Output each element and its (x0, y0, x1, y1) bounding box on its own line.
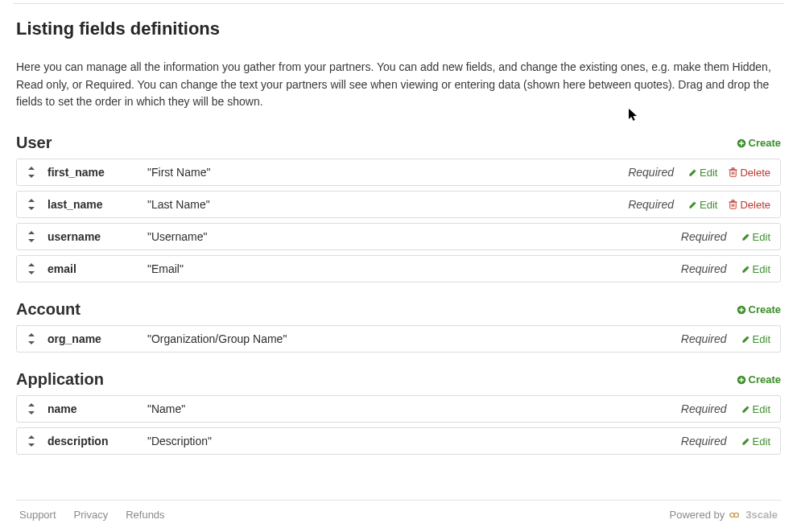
svg-rect-17 (739, 309, 744, 311)
drag-handle-icon[interactable] (27, 199, 36, 210)
field-name: description (47, 435, 136, 447)
field-label: "Email" (147, 262, 670, 275)
field-label: "Username" (147, 230, 670, 243)
section: ApplicationCreatename"Name"RequiredEditd… (16, 370, 781, 455)
field-row[interactable]: last_name"Last Name"RequiredEditDelete (16, 191, 781, 218)
svg-rect-4 (732, 168, 734, 170)
trash-icon (729, 200, 737, 209)
field-label: "Last Name" (147, 198, 617, 211)
field-label: "Organization/Group Name" (147, 332, 670, 345)
svg-rect-10 (732, 200, 734, 202)
brand-name: 3scale (745, 509, 778, 521)
field-label: "Description" (147, 435, 670, 447)
field-row[interactable]: first_name"First Name"RequiredEditDelete (16, 159, 781, 186)
page-title: Listing fields definitions (16, 19, 781, 39)
svg-point-22 (734, 513, 738, 517)
field-name: email (47, 262, 136, 275)
field-name: last_name (47, 198, 136, 211)
create-label: Create (749, 303, 781, 315)
plus-circle-icon (737, 305, 746, 315)
drag-handle-icon[interactable] (27, 263, 36, 274)
section-title: User (16, 134, 52, 152)
edit-label: Edit (753, 231, 770, 243)
drag-handle-icon[interactable] (27, 403, 36, 414)
pencil-icon (741, 437, 750, 446)
field-name: org_name (47, 332, 136, 345)
create-button[interactable]: Create (737, 373, 781, 386)
field-name: name (47, 402, 136, 415)
edit-button[interactable]: Edit (741, 263, 770, 275)
field-name: first_name (47, 166, 136, 179)
drag-handle-icon[interactable] (27, 435, 36, 447)
edit-button[interactable]: Edit (741, 231, 770, 243)
field-status: Required (681, 435, 727, 447)
field-row[interactable]: org_name"Organization/Group Name"Require… (16, 325, 781, 353)
page-wrap: Listing fields definitions Here you can … (0, 4, 797, 521)
pencil-icon (741, 233, 750, 241)
field-label: "Name" (147, 402, 670, 415)
drag-handle-icon[interactable] (27, 231, 36, 242)
delete-button[interactable]: Delete (729, 167, 770, 179)
field-status: Required (681, 402, 727, 415)
field-list: org_name"Organization/Group Name"Require… (16, 325, 781, 353)
field-row[interactable]: description"Description"RequiredEdit (16, 427, 781, 455)
delete-label: Delete (740, 199, 770, 211)
field-status: Required (628, 166, 674, 179)
edit-button[interactable]: Edit (741, 333, 770, 345)
footer-link[interactable]: Refunds (126, 509, 164, 521)
intro-text: Here you can manage all the information … (16, 59, 781, 111)
section-title: Application (16, 370, 104, 389)
section-header: AccountCreate (16, 300, 781, 319)
edit-button[interactable]: Edit (688, 167, 717, 179)
delete-button[interactable]: Delete (729, 199, 770, 211)
create-button[interactable]: Create (737, 137, 781, 149)
pencil-icon (688, 168, 697, 177)
plus-circle-icon (737, 138, 746, 148)
pencil-icon (741, 405, 750, 414)
field-row[interactable]: username"Username"RequiredEdit (16, 223, 781, 250)
pencil-icon (741, 265, 750, 274)
section: UserCreatefirst_name"First Name"Required… (16, 134, 781, 282)
create-button[interactable]: Create (737, 303, 781, 315)
edit-button[interactable]: Edit (688, 199, 717, 211)
create-label: Create (749, 137, 781, 149)
powered-by-label: Powered by (670, 509, 725, 521)
field-status: Required (681, 332, 727, 345)
edit-button[interactable]: Edit (741, 403, 770, 415)
section-title: Account (16, 300, 81, 319)
field-status: Required (681, 262, 727, 275)
create-label: Create (749, 373, 781, 386)
plus-circle-icon (737, 375, 746, 385)
trash-icon (729, 167, 737, 177)
edit-label: Edit (700, 199, 717, 211)
drag-handle-icon[interactable] (27, 333, 36, 344)
delete-label: Delete (740, 167, 770, 179)
footer: SupportPrivacyRefunds Powered by 3scale (16, 501, 781, 521)
edit-button[interactable]: Edit (741, 435, 770, 447)
edit-label: Edit (753, 403, 770, 415)
field-status: Required (628, 198, 674, 211)
svg-rect-20 (739, 379, 744, 381)
field-name: username (47, 230, 136, 243)
field-row[interactable]: email"Email"RequiredEdit (16, 255, 781, 282)
svg-rect-2 (739, 142, 744, 144)
drag-handle-icon[interactable] (27, 167, 36, 178)
pencil-icon (741, 335, 750, 344)
section-header: ApplicationCreate (16, 370, 781, 389)
svg-point-21 (730, 513, 734, 517)
field-list: name"Name"RequiredEditdescription"Descri… (16, 395, 781, 455)
pencil-icon (688, 200, 697, 209)
field-list: first_name"First Name"RequiredEditDelete… (16, 159, 781, 282)
edit-label: Edit (753, 263, 770, 275)
section-header: UserCreate (16, 134, 781, 152)
edit-label: Edit (753, 333, 770, 345)
footer-link[interactable]: Privacy (74, 509, 109, 521)
edit-label: Edit (700, 167, 717, 179)
footer-link[interactable]: Support (19, 509, 56, 521)
edit-label: Edit (753, 435, 770, 447)
brand-logo-icon (729, 509, 741, 521)
field-row[interactable]: name"Name"RequiredEdit (16, 395, 781, 423)
section: AccountCreateorg_name"Organization/Group… (16, 300, 781, 353)
field-status: Required (681, 230, 727, 243)
field-label: "First Name" (147, 166, 617, 179)
